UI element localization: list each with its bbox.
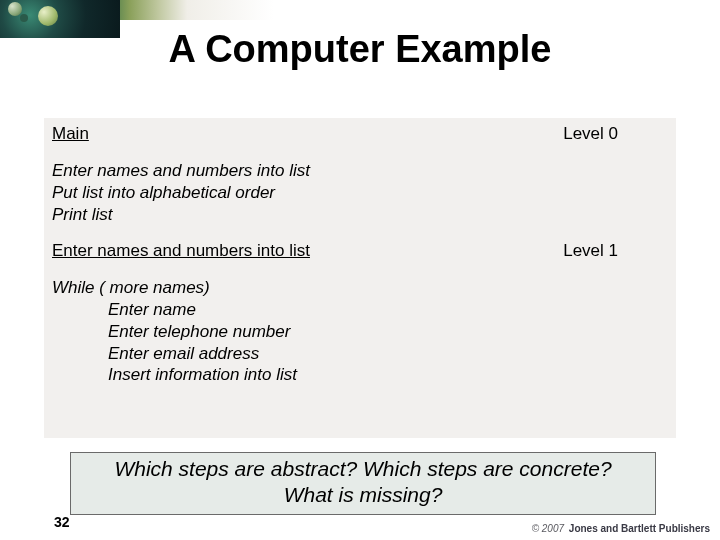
section-0-level: Level 0 xyxy=(563,118,676,144)
content-box: Main Level 0 Enter names and numbers int… xyxy=(44,118,676,438)
section-0-heading: Main xyxy=(44,118,89,144)
copyright: © 2007 Jones and Bartlett Publishers xyxy=(532,523,710,534)
section-1-body: While ( more names) Enter name Enter tel… xyxy=(44,261,676,386)
copyright-year: © 2007 xyxy=(532,523,564,534)
section-0-header-row: Main Level 0 xyxy=(44,118,676,144)
section-1-step: Enter name xyxy=(52,299,676,321)
section-0-line: Print list xyxy=(52,204,676,226)
section-1-header-row: Enter names and numbers into list Level … xyxy=(44,225,676,261)
section-1-step: Enter telephone number xyxy=(52,321,676,343)
section-0-body: Enter names and numbers into list Put li… xyxy=(44,144,676,225)
section-1-step: Insert information into list xyxy=(52,364,676,386)
section-1-while: While ( more names) xyxy=(52,277,676,299)
question-line-1: Which steps are abstract? Which steps ar… xyxy=(75,456,651,482)
page-number: 32 xyxy=(54,514,70,530)
copyright-publisher: Jones and Bartlett Publishers xyxy=(569,523,710,534)
slide-title: A Computer Example xyxy=(0,28,720,71)
section-1-level: Level 1 xyxy=(563,225,676,261)
question-box: Which steps are abstract? Which steps ar… xyxy=(70,452,656,515)
slide: A Computer Example Main Level 0 Enter na… xyxy=(0,0,720,540)
question-line-2: What is missing? xyxy=(75,482,651,508)
section-1-step: Enter email address xyxy=(52,343,676,365)
section-1-heading: Enter names and numbers into list xyxy=(44,225,310,261)
section-0-line: Put list into alphabetical order xyxy=(52,182,676,204)
section-0-line: Enter names and numbers into list xyxy=(52,160,676,182)
